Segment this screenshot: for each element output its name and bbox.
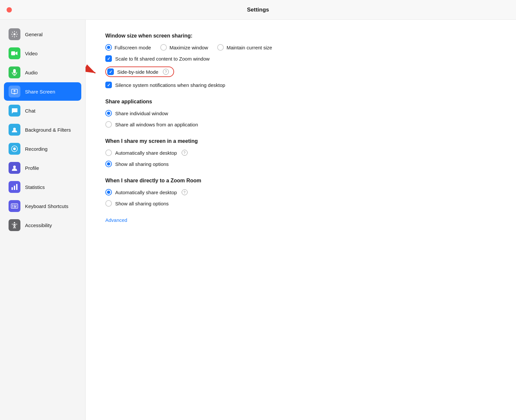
svg-rect-14 bbox=[12, 205, 13, 206]
main-panel: Window size when screen sharing: Fullscr… bbox=[86, 20, 516, 420]
individual-window-radio[interactable] bbox=[105, 110, 112, 117]
sidebar-label-video: Video bbox=[25, 51, 38, 56]
recording-icon bbox=[9, 143, 20, 155]
show-options-meeting-radio[interactable] bbox=[105, 161, 112, 167]
show-options-room-radio[interactable] bbox=[105, 200, 112, 207]
fullscreen-option[interactable]: Fullscreen mode bbox=[105, 44, 151, 51]
title-bar: Settings bbox=[0, 0, 516, 20]
auto-desktop-room-radio[interactable] bbox=[105, 189, 112, 196]
sidebar-label-recording: Recording bbox=[25, 146, 47, 152]
sidebar-item-profile[interactable]: Profile bbox=[4, 159, 81, 177]
silence-notifications-label: Silence system notifications when sharin… bbox=[115, 82, 225, 88]
sidebar-item-general[interactable]: General bbox=[4, 25, 81, 43]
window-size-title: Window size when screen sharing: bbox=[105, 33, 496, 39]
sidebar-item-share-screen[interactable]: Share Screen bbox=[4, 82, 81, 101]
sidebar-item-audio[interactable]: Audio bbox=[4, 63, 81, 82]
all-windows-label: Share all windows from an application bbox=[115, 122, 198, 127]
all-windows-row: Share all windows from an application bbox=[105, 121, 496, 128]
share-screen-icon bbox=[9, 86, 20, 97]
page-title: Settings bbox=[247, 7, 269, 13]
show-options-meeting-row: Show all sharing options bbox=[105, 161, 496, 167]
statistics-icon bbox=[9, 181, 20, 193]
scale-to-fit-label: Scale to fit shared content to Zoom wind… bbox=[115, 56, 210, 62]
auto-desktop-meeting-label: Automatically share desktop bbox=[115, 150, 177, 156]
sidebar-item-bg-filters[interactable]: Background & Filters bbox=[4, 120, 81, 139]
sidebar-item-statistics[interactable]: Statistics bbox=[4, 178, 81, 196]
bg-filters-icon bbox=[9, 124, 20, 136]
sidebar-label-statistics: Statistics bbox=[25, 184, 45, 190]
advanced-link[interactable]: Advanced bbox=[105, 217, 127, 223]
svg-point-6 bbox=[13, 128, 16, 130]
auto-desktop-room-help-icon[interactable]: ? bbox=[182, 189, 188, 195]
svg-rect-18 bbox=[14, 206, 16, 207]
side-by-side-row: ✓ Side-by-side Mode ? bbox=[105, 66, 496, 77]
side-by-side-checkbox[interactable]: ✓ bbox=[107, 68, 114, 75]
sidebar-item-chat[interactable]: Chat bbox=[4, 101, 81, 120]
share-meeting-title: When I share my screen in a meeting bbox=[105, 138, 496, 144]
profile-icon bbox=[9, 162, 20, 174]
share-apps-title: Share applications bbox=[105, 99, 496, 105]
maximize-label: Maximize window bbox=[169, 45, 208, 50]
sidebar-label-general: General bbox=[25, 32, 42, 37]
auto-desktop-room-label: Automatically share desktop bbox=[115, 190, 177, 195]
side-by-side-label: Side-by-side Mode bbox=[117, 69, 158, 75]
window-size-section: Window size when screen sharing: Fullscr… bbox=[105, 33, 496, 88]
all-windows-radio[interactable] bbox=[105, 121, 112, 128]
sidebar-item-recording[interactable]: Recording bbox=[4, 140, 81, 158]
svg-point-0 bbox=[13, 33, 15, 35]
scale-to-fit-row: ✓ Scale to fit shared content to Zoom wi… bbox=[105, 55, 496, 62]
general-icon bbox=[9, 28, 20, 40]
share-zoom-room-title: When I share directly to a Zoom Room bbox=[105, 178, 496, 184]
svg-rect-17 bbox=[12, 206, 13, 207]
svg-rect-16 bbox=[15, 205, 16, 206]
main-content: General Video Audio bbox=[0, 20, 516, 420]
auto-desktop-meeting-row: Automatically share desktop ? bbox=[105, 149, 496, 156]
show-options-meeting-label: Show all sharing options bbox=[115, 161, 169, 167]
video-icon bbox=[9, 47, 20, 59]
accessibility-icon bbox=[9, 219, 20, 231]
fullscreen-label: Fullscreen mode bbox=[115, 45, 151, 50]
maintain-option[interactable]: Maintain current size bbox=[217, 44, 272, 51]
fullscreen-radio[interactable] bbox=[105, 44, 112, 51]
advanced-section: Advanced bbox=[105, 217, 496, 223]
svg-rect-13 bbox=[11, 204, 18, 208]
auto-desktop-meeting-help-icon[interactable]: ? bbox=[182, 150, 188, 156]
silence-notifications-row: ✓ Silence system notifications when shar… bbox=[105, 82, 496, 88]
keyboard-shortcuts-icon bbox=[9, 200, 20, 212]
silence-notifications-checkbox[interactable]: ✓ bbox=[105, 82, 112, 88]
maintain-radio[interactable] bbox=[217, 44, 224, 51]
scale-to-fit-checkbox[interactable]: ✓ bbox=[105, 55, 112, 62]
share-apps-section: Share applications Share individual wind… bbox=[105, 99, 496, 128]
svg-rect-2 bbox=[13, 69, 16, 73]
sidebar-item-video[interactable]: Video bbox=[4, 44, 81, 63]
maximize-radio[interactable] bbox=[160, 44, 167, 51]
sidebar-label-share-screen: Share Screen bbox=[25, 89, 55, 94]
auto-desktop-room-row: Automatically share desktop ? bbox=[105, 189, 496, 196]
svg-rect-11 bbox=[14, 186, 15, 190]
svg-point-9 bbox=[13, 166, 16, 168]
sidebar-label-accessibility: Accessibility bbox=[25, 223, 52, 228]
sidebar-label-keyboard-shortcuts: Keyboard Shortcuts bbox=[25, 203, 68, 209]
svg-rect-1 bbox=[11, 51, 15, 55]
maintain-label: Maintain current size bbox=[226, 45, 272, 50]
individual-window-row: Share individual window bbox=[105, 110, 496, 117]
sidebar-item-accessibility[interactable]: Accessibility bbox=[4, 216, 81, 234]
sidebar: General Video Audio bbox=[0, 20, 86, 420]
sidebar-item-keyboard-shortcuts[interactable]: Keyboard Shortcuts bbox=[4, 197, 81, 215]
individual-window-label: Share individual window bbox=[115, 111, 168, 116]
maximize-option[interactable]: Maximize window bbox=[160, 44, 208, 51]
sidebar-label-chat: Chat bbox=[25, 108, 36, 114]
close-button[interactable] bbox=[7, 7, 12, 13]
sidebar-label-profile: Profile bbox=[25, 165, 39, 171]
share-zoom-room-section: When I share directly to a Zoom Room Aut… bbox=[105, 178, 496, 207]
sidebar-label-audio: Audio bbox=[25, 70, 38, 75]
svg-rect-15 bbox=[14, 205, 15, 206]
auto-desktop-meeting-radio[interactable] bbox=[105, 149, 112, 156]
sidebar-label-bg-filters: Background & Filters bbox=[25, 127, 71, 133]
show-options-room-label: Show all sharing options bbox=[115, 201, 169, 206]
window-size-radio-group: Fullscreen mode Maximize window Maintain… bbox=[105, 44, 496, 51]
side-by-side-help-icon[interactable]: ? bbox=[163, 69, 169, 75]
svg-point-19 bbox=[14, 222, 15, 223]
share-meeting-section: When I share my screen in a meeting Auto… bbox=[105, 138, 496, 167]
show-options-room-row: Show all sharing options bbox=[105, 200, 496, 207]
